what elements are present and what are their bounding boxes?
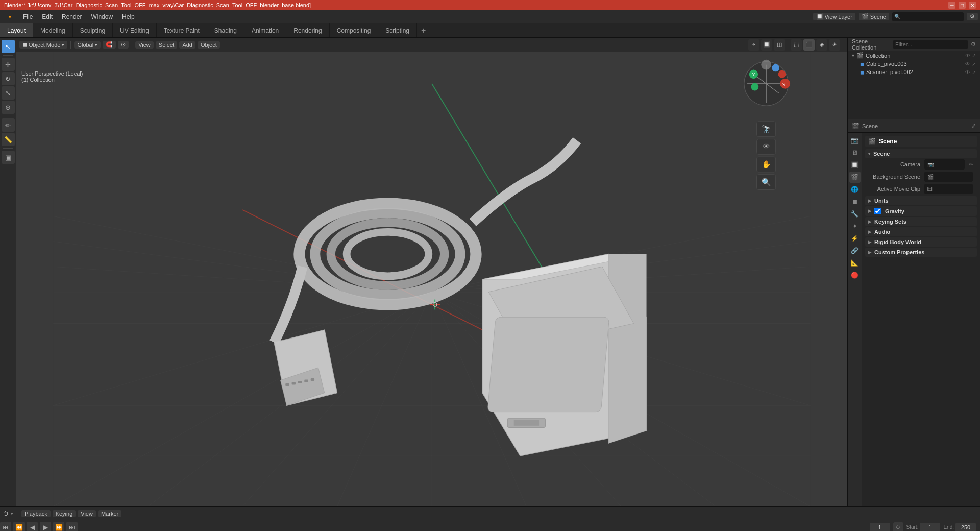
tool-select[interactable]: ↖: [2, 40, 15, 53]
tab-texture-paint[interactable]: Texture Paint: [157, 23, 207, 37]
snap-button[interactable]: 🧲: [103, 41, 116, 49]
visibility-icon[interactable]: 👁: [965, 53, 970, 58]
viewport-3d[interactable]: ◼ Object Mode ▾ Global ▾ 🧲 ⊙ View Select…: [16, 38, 847, 506]
scanner-sel-icon[interactable]: ↗: [972, 69, 976, 75]
props-scene-icon[interactable]: 🎬: [849, 172, 861, 183]
tab-uv-editing[interactable]: UV Editing: [113, 23, 157, 37]
viewport-shading-global[interactable]: Global ▾: [74, 41, 101, 49]
tl-start-frame-input[interactable]: [920, 523, 940, 532]
props-section-keying-header[interactable]: ▶ Keying Sets: [865, 217, 977, 226]
tl-next-keyframe-btn[interactable]: ⏩: [53, 522, 64, 532]
proportional-edit[interactable]: ⊙: [118, 41, 129, 49]
xray-toggle[interactable]: ◫: [774, 39, 785, 51]
tl-end-frame-input[interactable]: [955, 523, 976, 532]
search-bar[interactable]: 🔍: [892, 12, 964, 21]
tl-play-btn[interactable]: ▶: [40, 522, 51, 532]
tool-transform[interactable]: ⊕: [2, 101, 15, 114]
tab-animation[interactable]: Animation: [244, 23, 286, 37]
menu-help[interactable]: Help: [118, 12, 139, 21]
outliner-filter-icon[interactable]: ⚙: [971, 41, 976, 47]
gravity-checkbox[interactable]: [874, 208, 881, 214]
tl-step-back-btn[interactable]: ◀: [27, 522, 38, 532]
props-section-audio-header[interactable]: ▶ Audio: [865, 227, 977, 236]
tab-compositing[interactable]: Compositing: [330, 23, 379, 37]
props-section-custom-header[interactable]: ▶ Custom Properties: [865, 248, 977, 257]
props-output-icon[interactable]: 🖥: [849, 147, 861, 158]
view-menu[interactable]: View: [135, 41, 154, 49]
tool-measure[interactable]: 📏: [2, 133, 15, 146]
props-world-icon[interactable]: 🌐: [849, 184, 861, 195]
props-modifier-icon[interactable]: 🔧: [849, 208, 861, 220]
minimize-button[interactable]: ─: [948, 2, 955, 9]
scene-label-icon: 🎬: [868, 138, 876, 145]
viewport-scene[interactable]: X Y 🔭 👁: [16, 52, 847, 506]
tool-annotate[interactable]: ✏: [2, 118, 15, 132]
arrow-right-keying-icon: ▶: [868, 220, 871, 224]
add-menu[interactable]: Add: [179, 41, 195, 49]
props-section-scene-header[interactable]: ▾ Scene: [865, 149, 977, 158]
props-object-icon[interactable]: ◼: [849, 196, 861, 207]
tab-sculpting[interactable]: Sculpting: [73, 23, 113, 37]
props-particles-icon[interactable]: ✦: [849, 221, 861, 232]
outliner-item-collection[interactable]: ▾ 🎬 Collection 👁 ↗: [848, 51, 980, 60]
camera-edit-icon[interactable]: ✏: [969, 162, 973, 167]
object-menu[interactable]: Object: [198, 41, 220, 49]
props-view-layer-icon[interactable]: 🔲: [849, 159, 861, 171]
maximize-button[interactable]: □: [959, 2, 966, 9]
add-workspace-button[interactable]: +: [417, 23, 430, 37]
menu-window[interactable]: Window: [87, 12, 117, 21]
outliner-item-scanner[interactable]: ◼ Scanner_pivot.002 👁 ↗: [848, 68, 980, 76]
menu-blender[interactable]: 🔸: [2, 12, 18, 21]
tool-move[interactable]: ✛: [2, 58, 15, 71]
shading-wireframe[interactable]: ⬚: [791, 39, 802, 51]
object-mode-selector[interactable]: ◼ Object Mode ▾: [19, 41, 67, 49]
tab-rendering[interactable]: Rendering: [286, 23, 329, 37]
props-section-gravity-header[interactable]: ▶ Gravity: [865, 206, 977, 216]
bg-scene-value[interactable]: 🎬: [924, 172, 973, 182]
props-physics-icon[interactable]: ⚡: [849, 233, 861, 244]
tab-shading[interactable]: Shading: [207, 23, 244, 37]
tab-modeling[interactable]: Modeling: [33, 23, 73, 37]
scanner-vis-icon[interactable]: 👁: [965, 69, 970, 75]
props-data-icon[interactable]: 📐: [849, 257, 861, 269]
overlay-toggle[interactable]: 🔲: [761, 39, 772, 51]
tl-playback-btn[interactable]: Playback: [21, 510, 51, 517]
cable-sel-icon[interactable]: ↗: [972, 61, 976, 67]
tl-jump-end-btn[interactable]: ⏭: [66, 522, 78, 532]
gizmo-toggle[interactable]: ⌖: [748, 39, 760, 51]
select-menu[interactable]: Select: [156, 41, 178, 49]
tl-marker-btn[interactable]: Marker: [98, 510, 121, 517]
menu-file[interactable]: File: [19, 12, 37, 21]
props-material-icon[interactable]: 🔴: [849, 270, 861, 281]
tl-prev-keyframe-btn[interactable]: ⏪: [13, 522, 24, 532]
tl-keying-btn[interactable]: Keying: [53, 510, 76, 517]
tl-current-frame-input[interactable]: [870, 523, 890, 532]
tool-rotate[interactable]: ↻: [2, 72, 15, 85]
shading-material[interactable]: ◈: [816, 39, 827, 51]
tl-jump-start-btn[interactable]: ⏮: [0, 522, 11, 532]
outliner-search[interactable]: [893, 40, 968, 49]
tl-view-btn[interactable]: View: [78, 510, 96, 517]
menu-render[interactable]: Render: [58, 12, 86, 21]
properties-expand-btn[interactable]: ⤢: [971, 123, 976, 129]
view-layer-selector[interactable]: 🔲 View Layer: [813, 13, 855, 20]
close-button[interactable]: ✕: [969, 2, 976, 9]
tab-layout[interactable]: Layout: [0, 23, 33, 37]
select-icon[interactable]: ↗: [972, 53, 976, 58]
outliner-item-cable[interactable]: ◼ Cable_pivot.003 👁 ↗: [848, 60, 980, 68]
props-section-units-header[interactable]: ▶ Units: [865, 196, 977, 205]
props-section-rigid-header[interactable]: ▶ Rigid Body World: [865, 237, 977, 247]
menu-edit[interactable]: Edit: [38, 12, 57, 21]
tool-add-cube[interactable]: ▣: [2, 151, 15, 164]
tool-scale[interactable]: ⤡: [2, 86, 15, 100]
shading-rendered[interactable]: ☀: [829, 39, 840, 51]
movie-clip-value[interactable]: 🎞: [924, 184, 973, 194]
shading-solid[interactable]: ⬛: [803, 39, 815, 51]
props-constraints-icon[interactable]: 🔗: [849, 245, 861, 256]
tab-scripting[interactable]: Scripting: [378, 23, 417, 37]
props-render-icon[interactable]: 📷: [849, 135, 861, 146]
filter-button[interactable]: ⚙: [967, 13, 978, 20]
scene-selector[interactable]: 🎬 Scene: [859, 13, 889, 20]
camera-value[interactable]: 📷: [924, 159, 965, 170]
cable-vis-icon[interactable]: 👁: [965, 61, 970, 67]
